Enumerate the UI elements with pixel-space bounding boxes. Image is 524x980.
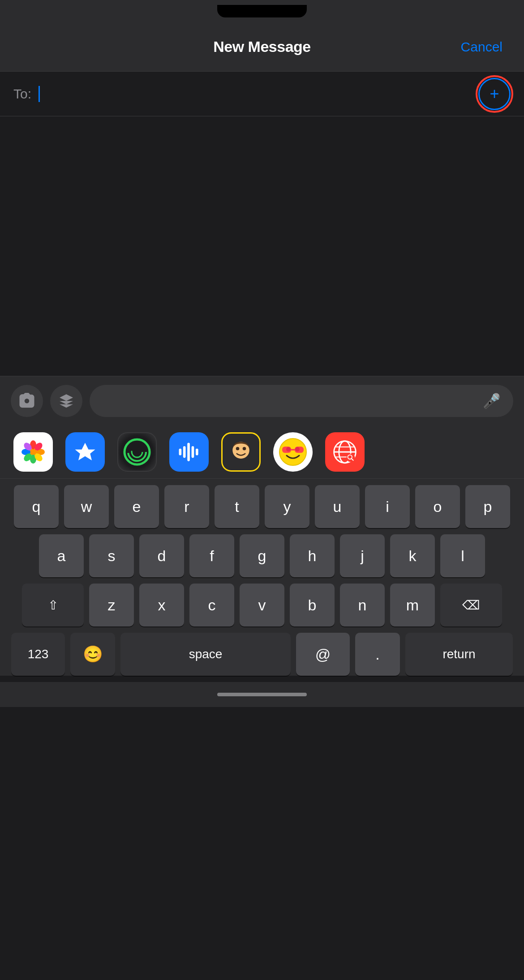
app-icon-activity[interactable] xyxy=(117,432,157,472)
key-f[interactable]: f xyxy=(189,534,234,577)
svg-point-19 xyxy=(243,447,246,450)
key-j[interactable]: j xyxy=(340,534,385,577)
return-key[interactable]: return xyxy=(405,633,513,676)
to-input-area[interactable] xyxy=(39,86,478,102)
keyboard-row-3: ⇧ z x c v b n m ⌫ xyxy=(4,584,520,626)
key-n[interactable]: n xyxy=(340,584,385,626)
key-c[interactable]: c xyxy=(189,584,234,626)
camera-icon xyxy=(19,393,35,409)
key-m[interactable]: m xyxy=(390,584,435,626)
to-label: To: xyxy=(13,86,31,102)
app-icon-world[interactable] xyxy=(325,432,365,472)
key-g[interactable]: g xyxy=(240,534,284,577)
toolbar-row: 🎤 xyxy=(0,376,524,425)
world-icon xyxy=(331,439,358,465)
shift-key[interactable]: ⇧ xyxy=(22,584,84,626)
app-icon-photos[interactable] xyxy=(13,432,53,472)
bottom-bar xyxy=(0,682,524,707)
emoji-key[interactable]: 😊 xyxy=(70,633,115,676)
app-icons-row xyxy=(0,425,524,479)
key-t[interactable]: t xyxy=(215,485,259,528)
key-d[interactable]: d xyxy=(139,534,184,577)
key-a[interactable]: a xyxy=(39,534,84,577)
plus-icon: + xyxy=(490,86,499,102)
status-bar xyxy=(0,0,524,22)
nav-title: New Message xyxy=(213,38,311,55)
message-body[interactable] xyxy=(0,116,524,376)
svg-rect-16 xyxy=(196,448,198,455)
svg-rect-13 xyxy=(183,446,186,457)
key-q[interactable]: q xyxy=(14,485,59,528)
appstore-toolbar-button[interactable] xyxy=(50,385,82,417)
add-contact-button[interactable]: + xyxy=(478,78,511,110)
cancel-button[interactable]: Cancel xyxy=(461,39,503,55)
numbers-key[interactable]: 123 xyxy=(11,633,65,676)
key-w[interactable]: w xyxy=(64,485,109,528)
key-i[interactable]: i xyxy=(365,485,410,528)
nav-header: New Message Cancel xyxy=(0,22,524,72)
key-o[interactable]: o xyxy=(415,485,460,528)
to-field-container: To: + xyxy=(0,72,524,116)
app-icon-emoji[interactable] xyxy=(273,432,313,472)
svg-rect-12 xyxy=(179,448,182,455)
key-y[interactable]: y xyxy=(265,485,309,528)
svg-rect-23 xyxy=(282,447,291,453)
key-e[interactable]: e xyxy=(114,485,159,528)
app-icon-sound[interactable] xyxy=(169,432,209,472)
key-l[interactable]: l xyxy=(440,534,485,577)
key-k[interactable]: k xyxy=(390,534,435,577)
key-s[interactable]: s xyxy=(89,534,134,577)
delete-key[interactable]: ⌫ xyxy=(440,584,502,626)
space-key[interactable]: space xyxy=(120,633,291,676)
key-r[interactable]: r xyxy=(164,485,209,528)
svg-point-11 xyxy=(132,447,142,457)
app-icon-appstore[interactable] xyxy=(65,432,105,472)
appstore-icon xyxy=(58,393,74,409)
key-p[interactable]: p xyxy=(465,485,510,528)
app-icon-memoji[interactable] xyxy=(221,432,261,472)
keyboard: q w e r t y u i o p a s d f g h j k l ⇧ … xyxy=(0,479,524,676)
at-key[interactable]: @ xyxy=(296,633,350,676)
sound-icon xyxy=(176,439,202,465)
memoji-icon xyxy=(228,439,254,465)
emoji-faces-icon xyxy=(273,432,313,472)
key-u[interactable]: u xyxy=(315,485,360,528)
photos-icon xyxy=(19,438,47,466)
cursor xyxy=(39,86,40,102)
svg-rect-15 xyxy=(192,446,194,457)
svg-rect-24 xyxy=(295,447,304,453)
key-x[interactable]: x xyxy=(139,584,184,626)
svg-rect-14 xyxy=(187,443,190,461)
keyboard-row-2: a s d f g h j k l xyxy=(4,534,520,577)
key-h[interactable]: h xyxy=(290,534,335,577)
svg-point-18 xyxy=(236,447,240,450)
key-b[interactable]: b xyxy=(290,584,335,626)
period-key[interactable]: . xyxy=(355,633,400,676)
notch xyxy=(217,5,307,17)
activity-icon xyxy=(123,438,151,466)
keyboard-row-1: q w e r t y u i o p xyxy=(4,485,520,528)
home-indicator xyxy=(217,693,307,696)
camera-button[interactable] xyxy=(11,385,43,417)
text-input-bar[interactable]: 🎤 xyxy=(90,385,513,417)
svg-point-10 xyxy=(128,443,146,461)
mic-icon[interactable]: 🎤 xyxy=(483,392,501,409)
appstore-app-icon xyxy=(72,439,99,465)
key-z[interactable]: z xyxy=(89,584,134,626)
key-v[interactable]: v xyxy=(240,584,284,626)
keyboard-row-4: 123 😊 space @ . return xyxy=(4,633,520,676)
